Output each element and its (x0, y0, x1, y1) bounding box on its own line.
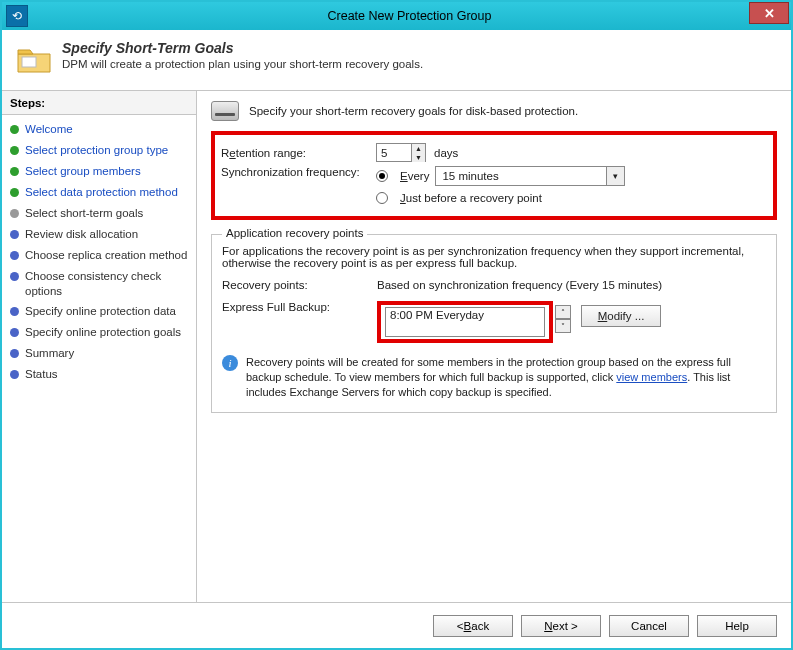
info-icon: i (222, 355, 238, 371)
step-7: Choose consistency check options (2, 266, 196, 302)
disk-icon (211, 101, 239, 121)
step-label: Choose consistency check options (25, 269, 188, 299)
step-bullet-icon (10, 188, 19, 197)
page-title: Specify Short-Term Goals (62, 40, 423, 56)
step-9: Specify online protection goals (2, 322, 196, 343)
sync-interval-select[interactable]: 15 minutes ▾ (435, 166, 625, 186)
step-bullet-icon (10, 307, 19, 316)
step-10: Summary (2, 343, 196, 364)
sync-every-label: Every (400, 170, 429, 182)
scroll-down-icon[interactable]: ˅ (555, 319, 571, 333)
page-header: Specify Short-Term Goals DPM will create… (2, 30, 791, 90)
svg-rect-0 (22, 57, 36, 67)
modify-button[interactable]: Modify ... (581, 305, 661, 327)
step-bullet-icon (10, 370, 19, 379)
app-recovery-fieldset: Application recovery points For applicat… (211, 234, 777, 413)
back-button[interactable]: < Back (433, 615, 513, 637)
step-label: Select data protection method (25, 185, 188, 200)
step-6: Choose replica creation method (2, 245, 196, 266)
sync-just-before-radio[interactable] (376, 192, 388, 204)
retention-label: Retention range: (221, 147, 376, 159)
step-label: Select short-term goals (25, 206, 188, 221)
steps-sidebar: Steps: WelcomeSelect protection group ty… (2, 91, 197, 602)
step-label: Specify online protection data (25, 304, 188, 319)
step-label: Welcome (25, 122, 188, 137)
chevron-down-icon: ▾ (606, 167, 624, 185)
system-menu-icon[interactable]: ⟲ (6, 5, 28, 27)
steps-heading: Steps: (2, 91, 196, 115)
step-label: Status (25, 367, 188, 382)
step-label: Summary (25, 346, 188, 361)
step-8: Specify online protection data (2, 301, 196, 322)
retention-highlight: Retention range: 5 ▲▼ days Synchronizati… (211, 131, 777, 220)
step-bullet-icon (10, 146, 19, 155)
sync-every-radio[interactable] (376, 170, 388, 182)
refresh-icon: ⟲ (12, 9, 22, 23)
express-full-label: Express Full Backup: (222, 301, 377, 313)
step-bullet-icon (10, 328, 19, 337)
sync-just-before-label: Just before a recovery point (400, 192, 542, 204)
step-0[interactable]: Welcome (2, 119, 196, 140)
fieldset-legend: Application recovery points (222, 227, 367, 239)
step-1[interactable]: Select protection group type (2, 140, 196, 161)
step-bullet-icon (10, 251, 19, 260)
spin-up-icon[interactable]: ▲ (412, 144, 425, 153)
express-highlight: 8:00 PM Everyday (377, 301, 553, 343)
step-bullet-icon (10, 209, 19, 218)
next-button[interactable]: Next > (521, 615, 601, 637)
info-text: Recovery points will be created for some… (246, 355, 766, 400)
page-subtitle: DPM will create a protection plan using … (62, 58, 423, 70)
close-icon: ✕ (764, 6, 775, 21)
step-bullet-icon (10, 230, 19, 239)
step-3[interactable]: Select data protection method (2, 182, 196, 203)
help-button[interactable]: Help (697, 615, 777, 637)
content-pane: Specify your short-term recovery goals f… (197, 91, 791, 602)
dialog-footer: < Back Next > Cancel Help (2, 602, 791, 648)
sync-freq-label: Synchronization frequency: (221, 166, 376, 178)
title-bar: ⟲ Create New Protection Group ✕ (2, 2, 791, 30)
step-label: Select group members (25, 164, 188, 179)
cancel-button[interactable]: Cancel (609, 615, 689, 637)
intro-text: Specify your short-term recovery goals f… (249, 105, 578, 117)
step-label: Specify online protection goals (25, 325, 188, 340)
spin-down-icon[interactable]: ▼ (412, 153, 425, 162)
dialog-window: ⟲ Create New Protection Group ✕ Specify … (0, 0, 793, 650)
recovery-points-label: Recovery points: (222, 279, 377, 291)
retention-range-input[interactable]: 5 ▲▼ (376, 143, 426, 162)
step-label: Choose replica creation method (25, 248, 188, 263)
step-11: Status (2, 364, 196, 385)
step-label: Select protection group type (25, 143, 188, 158)
step-bullet-icon (10, 272, 19, 281)
recovery-points-value: Based on synchronization frequency (Ever… (377, 279, 662, 291)
step-4: Select short-term goals (2, 203, 196, 224)
scroll-up-icon[interactable]: ˄ (555, 305, 571, 319)
view-members-link[interactable]: view members (616, 371, 687, 383)
window-title: Create New Protection Group (28, 9, 791, 23)
close-button[interactable]: ✕ (749, 2, 789, 24)
step-bullet-icon (10, 167, 19, 176)
retention-unit: days (434, 147, 458, 159)
express-full-listbox[interactable]: 8:00 PM Everyday (385, 307, 545, 337)
step-5: Review disk allocation (2, 224, 196, 245)
step-bullet-icon (10, 349, 19, 358)
header-folder-icon (16, 44, 52, 76)
step-label: Review disk allocation (25, 227, 188, 242)
step-bullet-icon (10, 125, 19, 134)
step-2[interactable]: Select group members (2, 161, 196, 182)
fieldset-description: For applications the recovery point is a… (222, 245, 766, 269)
